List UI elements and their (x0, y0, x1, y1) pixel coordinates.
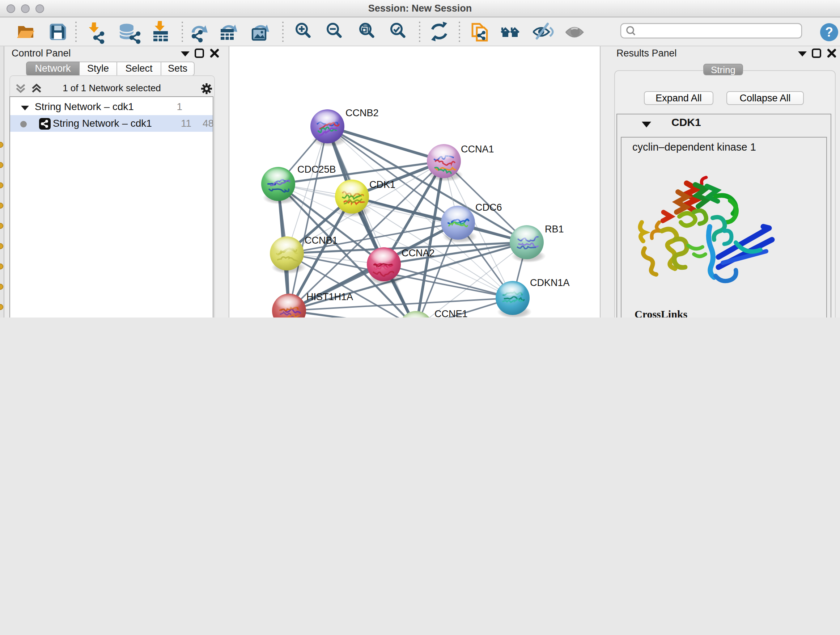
svg-text:CCNB2: CCNB2 (345, 108, 378, 119)
svg-text:CCNA2: CCNA2 (401, 248, 434, 258)
svg-text:HIST1H1A: HIST1H1A (306, 291, 353, 302)
svg-text:CCNA1: CCNA1 (461, 144, 494, 155)
svg-text:CDKN1A: CDKN1A (530, 277, 569, 288)
svg-text:RB1: RB1 (545, 224, 564, 234)
svg-text:?: ? (825, 25, 833, 40)
svg-text:CCNE1: CCNE1 (434, 309, 467, 318)
svg-text:CDC25B: CDC25B (297, 164, 336, 175)
svg-text:CCNB1: CCNB1 (304, 235, 338, 246)
svg-text:CDK1: CDK1 (369, 179, 395, 190)
svg-text:CDC6: CDC6 (475, 202, 502, 213)
